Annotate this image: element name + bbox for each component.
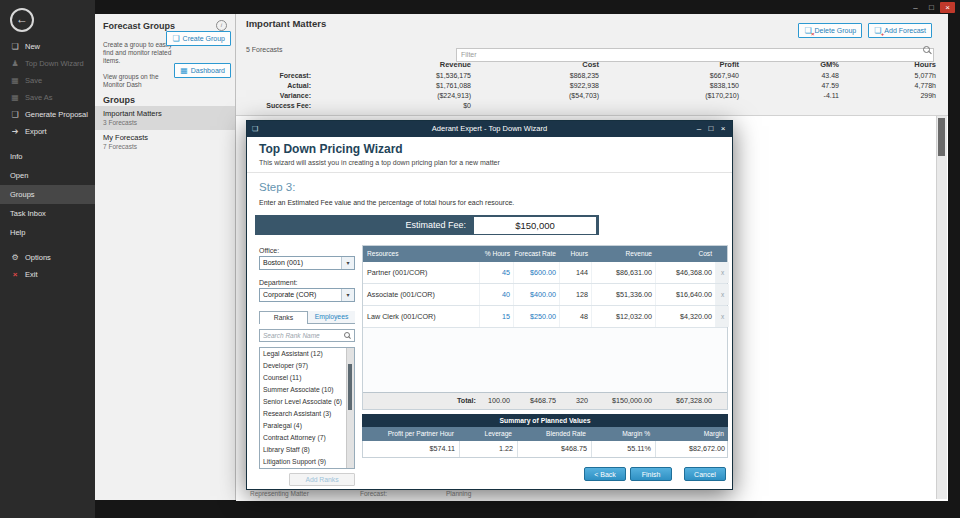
vertical-scrollbar[interactable] bbox=[936, 116, 947, 499]
add-ranks-button[interactable]: Add Ranks bbox=[289, 473, 355, 486]
partial-row-text: Planning bbox=[446, 490, 471, 497]
cancel-button[interactable]: Cancel bbox=[684, 467, 726, 481]
sidebar-item-info[interactable]: Info bbox=[0, 147, 95, 166]
office-select[interactable]: Boston (001) ▾ bbox=[259, 256, 355, 270]
sidebar-item-top-down-wizard[interactable]: ♟Top Down Wizard bbox=[0, 55, 95, 72]
rank-list-item[interactable]: Litigation Support (9) bbox=[260, 456, 354, 468]
back-button[interactable]: ← bbox=[10, 8, 34, 32]
department-select[interactable]: Corporate (COR) ▾ bbox=[259, 288, 355, 302]
dialog-minimize-button[interactable]: – bbox=[693, 121, 705, 137]
resource-column-header: Forecast Rate bbox=[513, 246, 559, 262]
sidebar-item-groups[interactable]: Groups bbox=[0, 185, 95, 204]
rank-list-item[interactable]: Research Assistant (3) bbox=[260, 408, 354, 420]
rank-list-scrollbar[interactable] bbox=[346, 348, 354, 468]
scrollbar-thumb[interactable] bbox=[348, 364, 352, 410]
chevron-down-icon: ▾ bbox=[341, 257, 354, 269]
total-rate: $468.75 bbox=[513, 393, 559, 409]
window-controls: – □ × bbox=[908, 2, 955, 13]
sidebar-item-exit[interactable]: ×Exit bbox=[0, 266, 95, 283]
planned-value: $574.11 bbox=[363, 441, 459, 457]
back-button[interactable]: < Back bbox=[584, 467, 626, 481]
dialog-titlebar[interactable]: ❏ Aderant Expert - Top Down Wizard – □ × bbox=[247, 121, 732, 137]
forecast-rate-cell[interactable]: $250.00 bbox=[513, 306, 559, 327]
sidebar-item-task-inbox[interactable]: Task Inbox bbox=[0, 204, 95, 223]
create-group-button[interactable]: ❏ Create Group bbox=[166, 31, 231, 46]
row-delete-button[interactable]: x bbox=[715, 306, 729, 327]
tab-employees[interactable]: Employees bbox=[308, 311, 355, 324]
pct-hours-cell[interactable]: 15 bbox=[479, 306, 513, 327]
group-item[interactable]: My Forecasts7 Forecasts bbox=[95, 130, 235, 154]
hours-cell: 48 bbox=[559, 306, 591, 327]
pct-hours-cell[interactable]: 45 bbox=[479, 262, 513, 283]
estimated-fee-bar: Estimated Fee: bbox=[255, 215, 599, 235]
window-minimize-button[interactable]: – bbox=[908, 2, 923, 13]
search-icon[interactable] bbox=[923, 46, 930, 53]
summary-value: 47.59 bbox=[739, 81, 839, 91]
exit-icon: × bbox=[10, 270, 20, 279]
back-arrow-icon: ← bbox=[16, 12, 28, 26]
new-document-icon: ❏ bbox=[10, 42, 20, 51]
rank-list-item[interactable]: Summer Associate (10) bbox=[260, 384, 354, 396]
summary-value: $868,235 bbox=[471, 71, 599, 81]
row-delete-button[interactable]: x bbox=[715, 262, 729, 283]
group-count: 3 Forecasts bbox=[103, 119, 227, 126]
resource-table-header: Resources% HoursForecast RateHoursRevenu… bbox=[363, 246, 727, 262]
sidebar-item-help[interactable]: Help bbox=[0, 223, 95, 242]
summary-corner bbox=[246, 59, 311, 71]
save-as-icon: ▦ bbox=[10, 93, 20, 102]
add-forecast-button[interactable]: ❏ + Add Forecast bbox=[868, 23, 932, 38]
rank-list-item[interactable]: Contract Attorney (7) bbox=[260, 432, 354, 444]
office-value: Boston (001) bbox=[260, 257, 354, 269]
dashboard-label: Dashboard bbox=[191, 67, 225, 74]
window-maximize-button[interactable]: □ bbox=[924, 2, 939, 13]
finish-button[interactable]: Finish bbox=[630, 467, 672, 481]
tab-ranks[interactable]: Ranks bbox=[259, 311, 308, 324]
planned-values-column-header: Blended Rate bbox=[516, 427, 590, 441]
rank-list-item[interactable]: Library Staff (8) bbox=[260, 444, 354, 456]
dialog-close-button[interactable]: × bbox=[717, 121, 729, 137]
row-delete-button[interactable]: x bbox=[715, 284, 729, 305]
office-label: Office: bbox=[259, 247, 279, 254]
sidebar-item-save[interactable]: ▦Save bbox=[0, 72, 95, 89]
scrollbar-thumb[interactable] bbox=[938, 118, 945, 156]
dashboard-button[interactable]: ▦ Dashboard bbox=[174, 63, 231, 78]
summary-header-row: Profit per Partner HourLeverageBlended R… bbox=[362, 427, 728, 441]
rank-list-item[interactable]: Senior Level Associate (6) bbox=[260, 396, 354, 408]
sidebar-item-export[interactable]: ➔Export bbox=[0, 123, 95, 140]
rank-list-item[interactable]: Developer (97) bbox=[260, 360, 354, 372]
estimated-fee-input[interactable] bbox=[474, 217, 596, 234]
info-icon[interactable] bbox=[216, 20, 227, 31]
group-item[interactable]: Important Matters3 Forecasts bbox=[95, 106, 235, 130]
sidebar-item-save-as[interactable]: ▦Save As bbox=[0, 89, 95, 106]
rank-list-item[interactable]: Counsel (11) bbox=[260, 372, 354, 384]
sidebar-item-label: Top Down Wizard bbox=[25, 59, 84, 68]
sidebar-item-open[interactable]: Open bbox=[0, 166, 95, 185]
summary-value bbox=[471, 101, 599, 111]
add-forecast-icon: ❏ + bbox=[874, 26, 881, 35]
forecast-rate-cell[interactable]: $400.00 bbox=[513, 284, 559, 305]
forecast-rate-cell[interactable]: $600.00 bbox=[513, 262, 559, 283]
pct-hours-cell[interactable]: 40 bbox=[479, 284, 513, 305]
sidebar-item-new[interactable]: ❏New bbox=[0, 38, 95, 55]
summary-title: Summary of Planned Values bbox=[362, 414, 728, 427]
rank-search-input[interactable] bbox=[259, 329, 355, 342]
forecast-count: 5 Forecasts bbox=[246, 46, 283, 53]
delete-group-button[interactable]: ❏ × Delete Group bbox=[798, 23, 862, 38]
sidebar-item-label: Export bbox=[25, 127, 47, 136]
resource-name: Law Clerk (001/COR) bbox=[363, 306, 479, 327]
summary-value: -4.11 bbox=[739, 91, 839, 101]
dialog-maximize-button[interactable]: □ bbox=[705, 121, 717, 137]
cost-cell: $4,320.00 bbox=[655, 306, 715, 327]
summary-value: $838,150 bbox=[599, 81, 739, 91]
rank-list-item[interactable]: Paralegal (4) bbox=[260, 420, 354, 432]
divider bbox=[247, 172, 732, 173]
revenue-cell: $86,631.00 bbox=[591, 262, 655, 283]
sidebar-item-options[interactable]: ⚙Options bbox=[0, 249, 95, 266]
add-badge-icon: + bbox=[881, 31, 885, 37]
summary-column-header: Revenue bbox=[311, 59, 471, 71]
window-close-button[interactable]: × bbox=[940, 2, 955, 13]
sidebar-item-generate-proposal[interactable]: ❑Generate Proposal bbox=[0, 106, 95, 123]
empty-rows-area bbox=[363, 328, 727, 392]
rank-list-item[interactable]: Legal Assistant (12) bbox=[260, 348, 354, 360]
group-list: Important Matters3 ForecastsMy Forecasts… bbox=[95, 106, 235, 154]
